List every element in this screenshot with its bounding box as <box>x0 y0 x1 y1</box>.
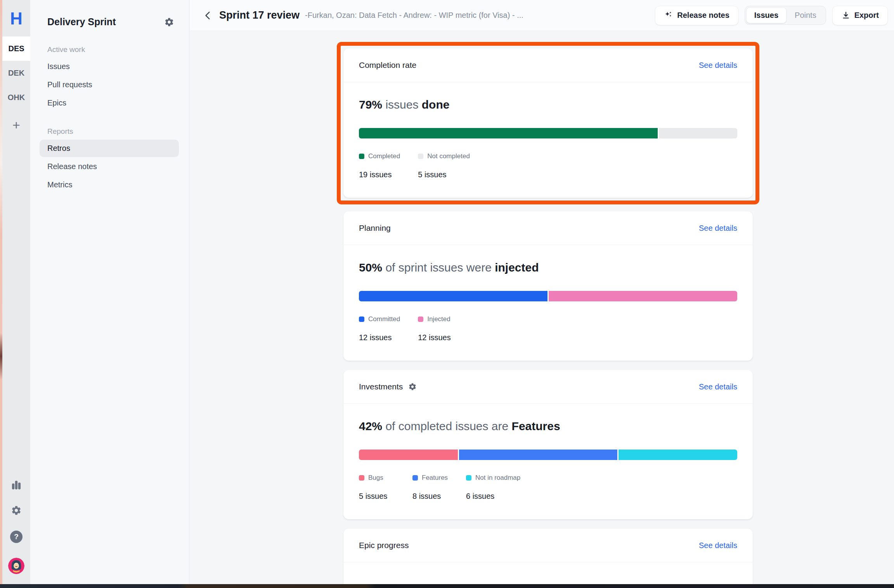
stat-value-injected: 12 issues <box>418 333 454 342</box>
toggle-option-points[interactable]: Points <box>787 7 825 23</box>
bar-segment-injected <box>549 291 737 301</box>
planning-card: Planning See details 50% of sprint issue… <box>343 211 753 361</box>
sidebar-item-retros[interactable]: Retros <box>40 140 179 157</box>
sidebar-item-epics[interactable]: Epics <box>40 94 179 112</box>
add-workspace-button[interactable]: + <box>12 118 20 131</box>
stat-not-completed: Not completed5 issues <box>418 152 470 179</box>
sidebar-settings-gear-icon[interactable] <box>164 17 174 27</box>
legend-dot-not-completed <box>418 154 423 159</box>
completion-stats: Completed19 issuesNot completed5 issues <box>359 152 737 179</box>
epic-table-header: Epic Progress This sprint Overall <box>343 562 753 584</box>
legend-committed: Committed <box>359 315 400 323</box>
legend-features: Features <box>412 474 448 482</box>
stat-value-not-in-roadmap: 6 issues <box>466 492 520 501</box>
download-icon <box>841 11 851 20</box>
stat-not-in-roadmap: Not in roadmap6 issues <box>466 474 520 501</box>
sidebar-item-issues[interactable]: Issues <box>40 58 179 75</box>
bar-chart-icon[interactable] <box>11 479 22 490</box>
rail-bottom-icons: ? <box>8 479 24 584</box>
legend-label: Bugs <box>368 474 383 482</box>
report-scroll-area[interactable]: Completion rate See details 79% issues d… <box>190 31 894 584</box>
investments-progress-bar <box>359 450 737 460</box>
sidebar-title: Delivery Sprint <box>47 16 116 28</box>
bar-segment-bugs <box>359 450 458 460</box>
investments-settings-gear-icon[interactable] <box>408 382 417 391</box>
bar-segment-not-completed <box>659 128 738 138</box>
section-header-active-work: Active work <box>30 45 189 57</box>
stat-value-not-completed: 5 issues <box>418 170 470 179</box>
legend-not-in-roadmap: Not in roadmap <box>466 474 520 482</box>
sidebar-item-release-notes[interactable]: Release notes <box>40 158 179 175</box>
workspace-rail: H DES DEK OHK + ? <box>2 0 30 584</box>
legend-dot-injected <box>418 316 423 322</box>
window-bottom-edge <box>0 584 894 588</box>
legend-label: Features <box>422 474 448 482</box>
legend-dot-not-in-roadmap <box>466 475 471 481</box>
planning-progress-bar <box>359 291 737 301</box>
legend-injected: Injected <box>418 315 454 323</box>
sparkles-icon <box>664 11 673 20</box>
card-title-planning: Planning <box>359 223 391 233</box>
legend-completed: Completed <box>359 152 400 160</box>
export-button[interactable]: Export <box>832 6 888 25</box>
planning-stats: Committed12 issuesInjected12 issues <box>359 315 737 342</box>
stat-committed: Committed12 issues <box>359 315 400 342</box>
gear-icon[interactable] <box>11 505 22 516</box>
stat-injected: Injected12 issues <box>418 315 454 342</box>
sidebar-item-pull-requests[interactable]: Pull requests <box>40 76 179 93</box>
issues-points-toggle: Issues Points <box>745 6 826 25</box>
investments-see-details-link[interactable]: See details <box>699 382 737 391</box>
legend-dot-completed <box>359 154 364 159</box>
legend-label: Injected <box>427 315 450 323</box>
stat-features: Features8 issues <box>412 474 448 501</box>
stat-completed: Completed19 issues <box>359 152 400 179</box>
workspace-item-dek[interactable]: DEK <box>2 61 30 85</box>
topbar: Sprint 17 review -Furkan, Ozan: Data Fet… <box>190 0 894 31</box>
project-sidebar: Delivery Sprint Active work Issues Pull … <box>30 0 189 584</box>
section-header-reports: Reports <box>30 127 189 139</box>
sidebar-item-metrics[interactable]: Metrics <box>40 176 179 194</box>
completion-headline: 79% issues done <box>359 98 737 112</box>
investments-headline: 42% of completed issues are Features <box>359 419 737 433</box>
bar-segment-not-in-roadmap <box>619 450 737 460</box>
legend-dot-features <box>412 475 418 481</box>
investments-card: Investments See details 42% of completed… <box>343 370 753 519</box>
stat-bugs: Bugs5 issues <box>359 474 395 501</box>
completion-progress-bar <box>359 128 737 138</box>
planning-see-details-link[interactable]: See details <box>699 224 737 233</box>
toggle-option-issues[interactable]: Issues <box>746 7 787 23</box>
stat-value-features: 8 issues <box>412 492 448 501</box>
legend-label: Not in roadmap <box>475 474 520 482</box>
bar-segment-completed <box>359 128 658 138</box>
card-title-completion-rate: Completion rate <box>359 61 416 70</box>
legend-label: Not completed <box>427 152 470 160</box>
app-logo[interactable]: H <box>10 10 23 27</box>
epic-progress-card: Epic progress See details Epic Progress … <box>343 529 753 584</box>
help-icon[interactable]: ? <box>10 531 23 543</box>
page-title: Sprint 17 review <box>219 9 300 21</box>
bar-segment-features <box>459 450 617 460</box>
bar-segment-committed <box>359 291 547 301</box>
completion-rate-card: Completion rate See details 79% issues d… <box>343 48 753 198</box>
release-notes-button[interactable]: Release notes <box>655 6 738 25</box>
planning-headline: 50% of sprint issues were injected <box>359 261 737 275</box>
completion-see-details-link[interactable]: See details <box>699 61 737 70</box>
stat-value-bugs: 5 issues <box>359 492 395 501</box>
legend-dot-bugs <box>359 475 364 481</box>
stat-value-committed: 12 issues <box>359 333 400 342</box>
user-avatar[interactable] <box>8 558 24 574</box>
workspace-item-des[interactable]: DES <box>2 36 30 61</box>
legend-label: Committed <box>368 315 400 323</box>
stat-value-completed: 19 issues <box>359 170 400 179</box>
legend-not-completed: Not completed <box>418 152 470 160</box>
legend-dot-committed <box>359 316 364 322</box>
page-subtitle: -Furkan, Ozan: Data Fetch - Andrew: - WI… <box>305 11 523 20</box>
legend-bugs: Bugs <box>359 474 395 482</box>
workspace-item-ohk[interactable]: OHK <box>2 85 30 110</box>
highlight-ring: Completion rate See details 79% issues d… <box>337 42 759 204</box>
card-title-investments: Investments <box>359 382 403 391</box>
card-title-epic-progress: Epic progress <box>359 541 409 550</box>
legend-label: Completed <box>368 152 400 160</box>
epic-progress-see-details-link[interactable]: See details <box>699 541 737 550</box>
back-chevron-icon[interactable] <box>203 10 213 21</box>
